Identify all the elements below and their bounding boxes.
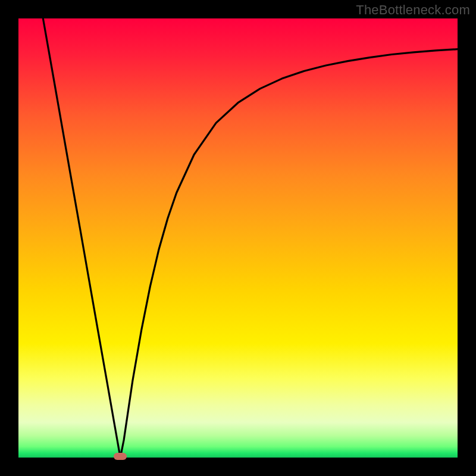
plot-area bbox=[18, 18, 458, 458]
watermark-text: TheBottleneck.com bbox=[356, 2, 470, 18]
chart-frame: TheBottleneck.com bbox=[0, 0, 476, 476]
minimum-marker bbox=[114, 453, 127, 460]
bottleneck-curve bbox=[18, 18, 458, 458]
